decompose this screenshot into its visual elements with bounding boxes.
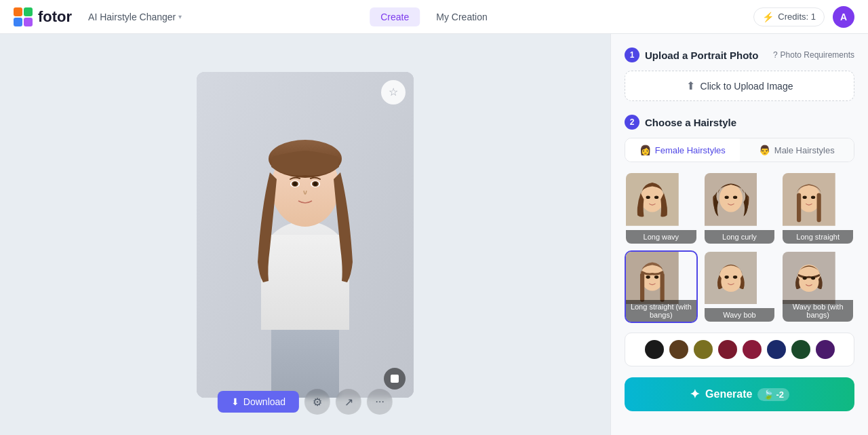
settings-icon: ⚙ — [313, 396, 322, 409]
long-straight-bangs-preview — [626, 252, 679, 305]
svg-point-23 — [719, 185, 742, 212]
color-black[interactable] — [645, 340, 664, 359]
stop-icon — [391, 375, 399, 383]
long-wavy-label: Long wavy — [626, 230, 696, 244]
header: fotor AI Hairstyle Changer ▾ Create My C… — [0, 0, 868, 34]
female-tab-label: Female Hairstyles — [655, 145, 726, 155]
more-icon: ··· — [375, 396, 384, 408]
photo-req-label: Photo Requirements — [781, 50, 854, 60]
logo-text: fotor — [38, 8, 72, 26]
svg-rect-8 — [261, 235, 349, 330]
portrait-svg — [197, 72, 414, 398]
svg-point-30 — [803, 195, 807, 199]
long-straight-label: Long straight — [783, 230, 853, 244]
color-burgundy[interactable] — [718, 340, 737, 359]
header-right: ⚡ Credits: 1 A — [753, 6, 854, 28]
hairstyle-long-wavy[interactable]: Long wavy — [625, 172, 698, 245]
hairstyle-long-straight[interactable]: Long straight — [781, 172, 854, 245]
hairstyle-wavy-bob-bangs[interactable]: Wavy bob (with bangs) — [781, 250, 854, 324]
chevron-down-icon: ▾ — [178, 13, 182, 20]
svg-point-41 — [733, 276, 737, 279]
logo[interactable]: fotor — [14, 7, 72, 26]
svg-point-24 — [724, 195, 728, 199]
svg-point-14 — [293, 182, 297, 186]
color-olive[interactable] — [694, 340, 713, 359]
upload-icon: ⬆ — [686, 79, 695, 92]
wavy-bob-label: Wavy bob — [705, 308, 775, 322]
share-icon: ↗ — [344, 396, 353, 409]
svg-point-20 — [646, 195, 650, 199]
upload-step-label: Upload a Portrait Photo — [645, 50, 759, 61]
main-nav: Create My Creation — [370, 7, 498, 26]
svg-point-25 — [733, 195, 737, 199]
star-icon: ☆ — [389, 86, 398, 98]
svg-point-36 — [646, 276, 650, 279]
app-name-label: AI Hairstyle Changer — [88, 12, 176, 22]
credits-cost: -2 — [776, 390, 784, 400]
photo-requirements-button[interactable]: ? Photo Requirements — [773, 50, 854, 60]
male-tab-label: Male Hairstyles — [774, 145, 835, 155]
svg-point-31 — [811, 195, 815, 199]
long-curly-label: Long curly — [705, 230, 775, 244]
app-name-button[interactable]: AI Hairstyle Changer ▾ — [83, 9, 187, 25]
color-dark-brown[interactable] — [669, 340, 688, 359]
generate-button[interactable]: ✦ Generate 🍃 -2 — [625, 377, 854, 411]
download-button[interactable]: ⬇ Download — [218, 391, 299, 413]
avatar[interactable]: A — [833, 6, 854, 28]
upload-btn-label: Click to Upload Image — [701, 81, 793, 92]
lightning-icon: ⚡ — [762, 12, 774, 22]
color-dark-red[interactable] — [743, 340, 762, 359]
favorite-button[interactable]: ☆ — [381, 80, 406, 105]
svg-rect-34 — [640, 273, 644, 302]
wavy-bob-preview — [705, 252, 757, 305]
right-panel: 1 Upload a Portrait Photo ? Photo Requir… — [610, 34, 868, 435]
svg-rect-35 — [660, 273, 665, 302]
credits-label: Credits: 1 — [778, 12, 816, 22]
download-label: Download — [243, 396, 285, 407]
download-icon: ⬇ — [231, 396, 239, 407]
stop-button[interactable] — [384, 368, 406, 390]
hairstyle-grid: Long wavy — [625, 172, 854, 323]
long-curly-preview — [705, 173, 757, 226]
hairstyle-step-title: 2 Choose a Hairstyle — [625, 115, 854, 130]
female-hairstyles-tab[interactable]: 👩 Female Hairstyles — [625, 138, 740, 162]
svg-rect-28 — [797, 193, 801, 223]
wand-icon: ✦ — [690, 387, 700, 402]
fotor-logo-icon — [14, 7, 33, 26]
svg-rect-1 — [24, 7, 33, 16]
hairstyle-wavy-bob[interactable]: Wavy bob — [703, 250, 776, 324]
share-button[interactable]: ↗ — [336, 389, 361, 415]
upload-image-button[interactable]: ⬆ Click to Upload Image — [625, 71, 854, 101]
male-hairstyles-tab[interactable]: 👨 Male Hairstyles — [740, 138, 854, 162]
more-button[interactable]: ··· — [367, 389, 393, 415]
color-dark-green[interactable] — [791, 340, 810, 359]
color-navy[interactable] — [767, 340, 786, 359]
credits-button[interactable]: ⚡ Credits: 1 — [753, 7, 825, 26]
upload-section: 1 Upload a Portrait Photo ? Photo Requir… — [625, 48, 854, 101]
long-straight-bangs-label: Long straight (with bangs) — [626, 300, 696, 322]
hairstyle-long-straight-bangs[interactable]: Long straight (with bangs) — [625, 250, 698, 324]
my-creation-nav-button[interactable]: My Creation — [425, 7, 498, 26]
male-icon: 👨 — [759, 145, 770, 155]
settings-button[interactable]: ⚙ — [304, 389, 330, 415]
step-1-num: 1 — [625, 48, 639, 62]
generate-label: Generate — [705, 388, 752, 400]
svg-point-37 — [654, 276, 658, 279]
hairstyle-long-curly[interactable]: Long curly — [703, 172, 776, 245]
wavy-bob-bangs-preview — [783, 252, 835, 305]
svg-point-45 — [811, 276, 815, 280]
upload-section-header: 1 Upload a Portrait Photo ? Photo Requir… — [625, 48, 854, 62]
upload-step-title: 1 Upload a Portrait Photo — [625, 48, 759, 62]
svg-point-44 — [803, 276, 807, 280]
svg-rect-2 — [14, 18, 22, 26]
bottom-toolbar: ⬇ Download ⚙ ↗ ··· — [218, 389, 393, 415]
hairstyle-tabs: 👩 Female Hairstyles 👨 Male Hairstyles — [625, 138, 854, 162]
color-purple[interactable] — [816, 340, 835, 359]
main-content: ☆ ⬇ Download ⚙ ↗ ··· — [0, 34, 868, 435]
create-nav-button[interactable]: Create — [370, 7, 420, 26]
svg-point-40 — [724, 276, 728, 279]
hairstyle-step-label: Choose a Hairstyle — [645, 117, 736, 128]
left-panel: ☆ ⬇ Download ⚙ ↗ ··· — [0, 34, 610, 435]
image-container: ☆ — [197, 72, 414, 398]
svg-point-21 — [654, 195, 658, 199]
